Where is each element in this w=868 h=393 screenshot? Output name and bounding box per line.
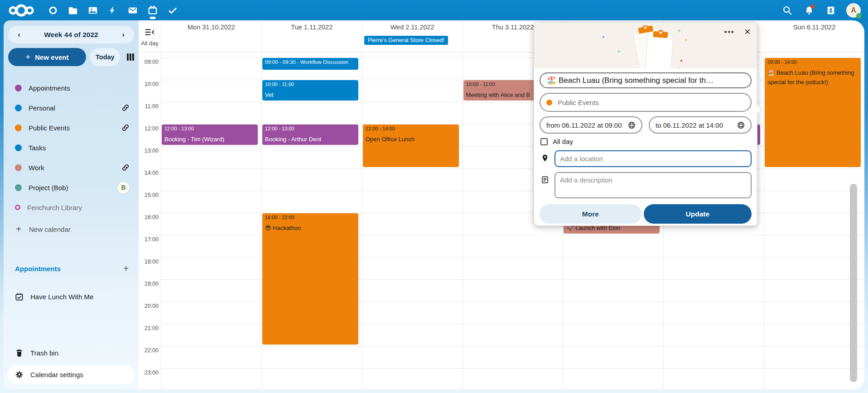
calendar-label: Personal xyxy=(29,104,121,112)
more-button[interactable]: More xyxy=(540,204,641,224)
calendar-label: Work xyxy=(29,164,121,172)
vertical-scrollbar[interactable] xyxy=(850,184,857,382)
appointment-calendar-icon xyxy=(15,292,24,301)
more-actions-icon[interactable]: ••• xyxy=(722,26,736,38)
close-icon[interactable]: × xyxy=(743,25,752,38)
add-appointment-button[interactable]: + xyxy=(122,264,130,274)
description-row xyxy=(540,172,752,198)
calendar-color-dot[interactable] xyxy=(15,205,20,210)
calendar-color-dot[interactable] xyxy=(15,105,22,111)
share-link-icon[interactable] xyxy=(121,104,130,112)
calendar-color-dot[interactable] xyxy=(15,125,22,131)
gear-icon xyxy=(15,370,24,379)
event-title: Open Office Lunch xyxy=(366,134,456,144)
calendar-list-item[interactable]: Appointments xyxy=(4,78,139,98)
calendar-color-dot[interactable] xyxy=(15,184,22,191)
calendar-list-item[interactable]: Fenchurch Library xyxy=(4,197,139,217)
calendar-label: Fenchurch Library xyxy=(27,204,130,211)
event-title-input[interactable] xyxy=(540,72,752,88)
plus-icon: + xyxy=(25,52,30,62)
app-navigation xyxy=(46,0,179,20)
plus-icon: + xyxy=(15,224,22,235)
user-avatar[interactable]: A xyxy=(846,3,861,18)
event[interactable]: 16:00 - 22:00😎 Hackathon xyxy=(262,213,358,345)
calendar-color-dot xyxy=(546,100,552,105)
allday-checkbox-label: All day xyxy=(553,138,573,145)
day-header[interactable]: Mon 31.10.2022 xyxy=(161,20,261,34)
header-gutter xyxy=(139,20,161,34)
event[interactable]: 09:00 - 09:30 - Workflow Discussion xyxy=(262,58,358,70)
event-time: 12:00 - 13:00 xyxy=(265,126,356,131)
timezone-globe-icon[interactable] xyxy=(628,121,636,129)
hour-label: 20:00 xyxy=(145,303,159,309)
calendar-color-dot[interactable] xyxy=(15,164,22,171)
update-button[interactable]: Update xyxy=(644,204,752,224)
contacts-menu-icon[interactable] xyxy=(825,4,837,17)
nextcloud-logo[interactable] xyxy=(7,4,35,17)
sidebar-toggle-icon[interactable] xyxy=(145,28,154,36)
topbar: A xyxy=(0,0,868,20)
popup-buttons: More Update xyxy=(540,204,752,224)
allday-checkbox-row: All day xyxy=(540,138,752,145)
calendar-color-dot[interactable] xyxy=(15,144,22,151)
trash-bin-label: Trash bin xyxy=(30,349,58,357)
event[interactable]: 10:00 - 11:00Vet xyxy=(262,80,358,101)
new-calendar-button[interactable]: + New calendar xyxy=(4,219,139,239)
calendar-list-item[interactable]: Personal xyxy=(4,98,139,118)
timezone-globe-icon[interactable] xyxy=(737,121,745,129)
allday-checkbox[interactable] xyxy=(540,138,548,145)
new-event-button[interactable]: + New event xyxy=(8,48,86,66)
search-icon[interactable] xyxy=(781,4,794,17)
appointment-item[interactable]: Have Lunch With Me xyxy=(4,287,139,307)
location-input[interactable] xyxy=(555,150,752,167)
day-header[interactable]: Wed 2.11.2022 xyxy=(362,20,463,34)
event-time: 09:00 - 14:00 xyxy=(767,59,858,65)
calendar-list-item[interactable]: Work xyxy=(4,158,139,177)
hour-label: 11:00 xyxy=(145,103,159,110)
hour-label: 23:00 xyxy=(145,369,159,376)
calendar-color-dot[interactable] xyxy=(15,85,22,91)
event-time: 16:00 - 22:00 xyxy=(265,215,356,220)
today-button[interactable]: Today xyxy=(90,48,120,66)
week-label[interactable]: Week 44 of 2022 xyxy=(30,31,112,39)
popup-header: ••• × xyxy=(534,23,757,68)
allday-event[interactable]: Pierre's General Store Closed! xyxy=(364,36,448,45)
event-time: 12:00 - 14:00 xyxy=(366,126,456,131)
event-title: Vet xyxy=(265,90,356,100)
day-column: 09:00 - 14:00🏖️ Beach Luau (Bring someth… xyxy=(764,53,864,389)
event[interactable]: 12:00 - 14:00Open Office Lunch xyxy=(363,125,459,167)
day-column: 12:00 - 14:00Open Office Lunch xyxy=(362,53,463,389)
trash-bin-button[interactable]: Trash bin xyxy=(4,343,139,363)
calendar-list-item[interactable]: Public Events xyxy=(4,118,139,138)
activity-app-icon[interactable] xyxy=(106,0,120,20)
calendar-list-item[interactable]: Tasks xyxy=(4,138,139,158)
end-datetime-button[interactable]: to 06.11.2022 at 14:00 xyxy=(649,116,752,134)
day-header[interactable]: Sun 6.11.2022 xyxy=(764,20,864,34)
clipboard-illustration xyxy=(589,25,702,68)
calendar-settings-button[interactable]: Calendar settings xyxy=(7,365,135,384)
event[interactable]: 09:00 - 14:00🏖️ Beach Luau (Bring someth… xyxy=(765,58,861,167)
event[interactable]: 12:00 - 13:00Booking - Arthur Dent xyxy=(262,125,358,145)
calendar-app-icon[interactable] xyxy=(146,0,159,20)
start-datetime-button[interactable]: from 06.11.2022 at 09:00 xyxy=(540,116,642,134)
previous-week-button[interactable]: ‹ xyxy=(8,30,30,39)
calendar-label: Project (Bob) xyxy=(29,184,117,192)
notifications-bell-icon[interactable] xyxy=(803,4,815,17)
calendar-select[interactable]: Public Events xyxy=(540,93,752,112)
allday-cell: Pierre's General Store Closed! xyxy=(362,34,463,52)
share-link-icon[interactable] xyxy=(121,163,130,172)
event[interactable]: 12:00 - 13:00Booking - Tim (Wizard) xyxy=(162,125,258,145)
day-header[interactable]: Tue 1.11.2022 xyxy=(261,20,362,34)
mail-app-icon[interactable] xyxy=(126,0,140,20)
week-view-toggle-icon[interactable] xyxy=(127,53,134,61)
timegrid-body: 12:00 - 13:00Booking - Tim (Wizard)09:00… xyxy=(161,53,864,389)
contacts-app-icon[interactable] xyxy=(46,0,60,20)
tasks-app-icon[interactable] xyxy=(166,0,179,20)
description-input[interactable] xyxy=(555,172,752,198)
photos-app-icon[interactable] xyxy=(86,0,100,20)
event-title: 🏖️ Beach Luau (Bring something special f… xyxy=(767,68,858,87)
files-app-icon[interactable] xyxy=(66,0,80,20)
calendar-list-item[interactable]: Project (Bob)B xyxy=(4,177,139,197)
next-week-button[interactable]: › xyxy=(112,30,134,39)
share-link-icon[interactable] xyxy=(121,124,130,132)
